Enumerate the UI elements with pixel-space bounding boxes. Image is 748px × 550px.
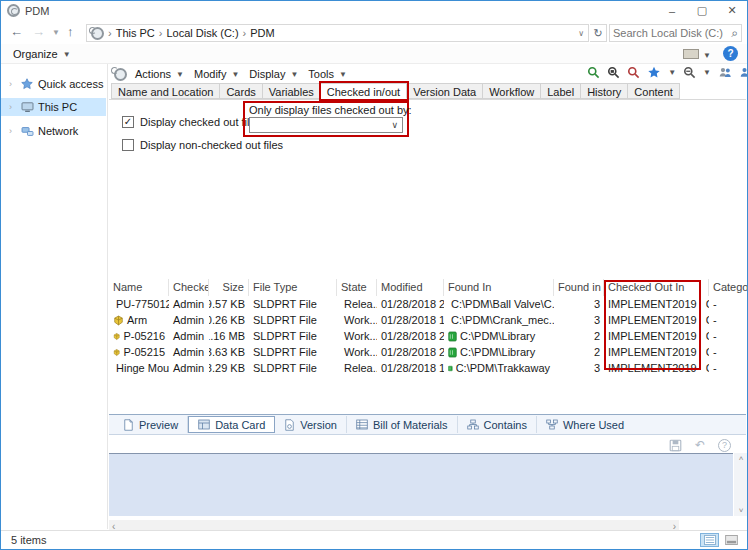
thumbnails-view-button[interactable] bbox=[722, 533, 741, 547]
checked-out-host: IMPLEMENT2019 bbox=[608, 314, 697, 326]
organize-button[interactable]: Organize ▼ bbox=[13, 48, 71, 60]
menu-actions[interactable]: Actions ▼ bbox=[133, 67, 186, 81]
tab-label[interactable]: Label bbox=[541, 83, 581, 99]
sidebar-item-network[interactable]: › Network bbox=[1, 122, 106, 140]
caret-down-icon[interactable]: ▼ bbox=[668, 68, 676, 77]
display-checked-out-checkbox[interactable]: ✓ bbox=[122, 116, 134, 128]
breadcrumb-pdm[interactable]: PDM bbox=[250, 27, 274, 39]
tab-where-used[interactable]: Where Used bbox=[537, 416, 633, 433]
breadcrumb[interactable]: › This PC › Local Disk (C:) › PDM ∨ bbox=[86, 24, 589, 42]
new-search-icon[interactable] bbox=[587, 66, 600, 79]
forward-icon[interactable]: → bbox=[32, 24, 45, 39]
table-row[interactable]: P-05215Admin583.63 KBSLDPRT FileWork...0… bbox=[109, 344, 748, 360]
chevron-right-icon: › bbox=[159, 27, 163, 39]
chevron-right-icon: › bbox=[243, 27, 247, 39]
expand-chevron-icon[interactable]: › bbox=[9, 102, 16, 112]
checked-out-by-combobox[interactable]: ∨ bbox=[249, 117, 403, 133]
refresh-icon[interactable]: ↻ bbox=[590, 24, 607, 42]
undo-icon[interactable]: ↶ bbox=[695, 438, 705, 452]
tab-contains[interactable]: Contains bbox=[458, 416, 537, 433]
file-name-cell[interactable]: Arm bbox=[109, 314, 169, 326]
column-header-modified[interactable]: Modified bbox=[377, 279, 444, 296]
close-button[interactable]: ✕ bbox=[717, 1, 747, 20]
caret-down-icon[interactable]: ▼ bbox=[703, 68, 711, 77]
checked-in-out-panel: ✓ Display checked out files Display non-… bbox=[109, 99, 746, 278]
saved-search-icon[interactable] bbox=[607, 66, 620, 79]
tab-history[interactable]: History bbox=[581, 83, 628, 99]
checked-out-in-cell: IMPLEMENT2019C:\P... bbox=[604, 362, 709, 374]
history-dropdown-icon[interactable]: ▼ bbox=[52, 28, 60, 37]
tab-bill-of-materials[interactable]: Bill of Materials bbox=[347, 416, 458, 433]
table-row[interactable]: P-05216Admin1.16 MBSLDPRT FileWork...01/… bbox=[109, 328, 748, 344]
modified-cell: 01/28/2018 18:... bbox=[377, 362, 444, 374]
display-checked-out-row[interactable]: ✓ Display checked out files bbox=[122, 116, 261, 128]
search-input[interactable] bbox=[613, 27, 731, 39]
help-icon[interactable]: ? bbox=[723, 46, 738, 61]
display-non-checked-out-row[interactable]: Display non-checked out files bbox=[122, 139, 283, 151]
scroll-up-icon[interactable]: ˄ bbox=[739, 454, 744, 463]
caret-down-icon: ▼ bbox=[63, 50, 71, 59]
recent-search-icon[interactable] bbox=[627, 66, 640, 79]
menu-display[interactable]: Display ▼ bbox=[247, 67, 300, 81]
tab-version[interactable]: Version bbox=[275, 416, 347, 433]
vertical-scrollbar[interactable]: ˄ ˅ bbox=[734, 453, 748, 516]
sidebar-item-quick-access[interactable]: › Quick access bbox=[1, 75, 106, 93]
file-name: Hinge Mou... bbox=[116, 362, 169, 374]
input-method-icon[interactable] bbox=[683, 49, 699, 59]
column-header-checked-out-in[interactable]: Checked Out In bbox=[604, 279, 709, 296]
modified-cell: 01/28/2018 20:... bbox=[377, 330, 444, 342]
column-header-file-type[interactable]: File Type bbox=[249, 279, 337, 296]
address-dropdown-icon[interactable]: ∨ bbox=[578, 29, 584, 38]
category-cell: - bbox=[709, 346, 748, 358]
sidebar-item-this-pc[interactable]: › This PC bbox=[1, 98, 106, 116]
tab-variables[interactable]: Variables bbox=[263, 83, 321, 99]
back-icon[interactable]: ← bbox=[10, 24, 23, 39]
tab-data-card[interactable]: Data Card bbox=[188, 416, 275, 433]
file-name-cell[interactable]: Hinge Mou... bbox=[109, 362, 169, 374]
display-non-checked-out-checkbox[interactable] bbox=[122, 139, 134, 151]
breadcrumb-local-disk[interactable]: Local Disk (C:) bbox=[166, 27, 238, 39]
menu-tools[interactable]: Tools ▼ bbox=[306, 67, 349, 81]
card-help-icon[interactable]: ? bbox=[718, 439, 731, 452]
found-in-path: C:\PDM\Trakkaway bbox=[456, 362, 550, 374]
menu-modify[interactable]: Modify ▼ bbox=[192, 67, 241, 81]
search-icon[interactable]: ⌕ bbox=[731, 26, 738, 40]
table-row[interactable]: Hinge Mou...Admin128.29 KBSLDPRT FileRel… bbox=[109, 360, 748, 376]
tab-checked-in-out[interactable]: Checked in/out bbox=[321, 83, 407, 99]
users-icon[interactable] bbox=[718, 66, 732, 79]
expand-chevron-icon[interactable]: › bbox=[9, 126, 16, 136]
file-name-cell[interactable]: PU-775012 bbox=[109, 298, 169, 310]
column-header-found-in[interactable]: Found In bbox=[444, 279, 554, 296]
file-name-cell[interactable]: P-05216 bbox=[109, 330, 169, 342]
tab-cards[interactable]: Cards bbox=[220, 83, 262, 99]
column-header-category[interactable]: Category bbox=[709, 279, 748, 296]
tab-version-data[interactable]: Version Data bbox=[407, 83, 483, 99]
table-row[interactable]: ArmAdmin340.26 KBSLDPRT FileWork...01/28… bbox=[109, 312, 748, 328]
tab-preview[interactable]: Preview bbox=[114, 416, 188, 433]
minimize-button[interactable]: – bbox=[657, 1, 687, 20]
column-header-checked-out-by[interactable]: Checked ... bbox=[169, 279, 209, 296]
tab-workflow[interactable]: Workflow bbox=[483, 83, 541, 99]
maximize-button[interactable]: ▢ bbox=[687, 1, 717, 20]
user-icon[interactable] bbox=[739, 66, 748, 79]
column-header-name[interactable]: Name bbox=[109, 279, 169, 296]
details-view-button[interactable] bbox=[700, 533, 719, 547]
table-row[interactable]: PU-775012Admin59.57 KBSLDPRT FileRelea..… bbox=[109, 296, 748, 312]
file-name-cell[interactable]: P-05215 bbox=[109, 346, 169, 358]
tab-content[interactable]: Content bbox=[628, 83, 680, 99]
menu-label: Actions bbox=[135, 68, 171, 80]
column-header-state[interactable]: State bbox=[337, 279, 377, 296]
caret-down-icon[interactable]: ▼ bbox=[703, 51, 711, 60]
column-header-found-in-version[interactable]: Found in V... bbox=[554, 279, 604, 296]
tab-name-and-location[interactable]: Name and Location bbox=[111, 83, 220, 99]
up-icon[interactable]: ↑ bbox=[67, 24, 74, 39]
favorites-star-icon[interactable] bbox=[647, 66, 661, 79]
save-icon[interactable] bbox=[669, 439, 682, 452]
scroll-down-icon[interactable]: ˅ bbox=[739, 506, 744, 515]
tab-label: Version bbox=[300, 419, 337, 431]
breadcrumb-this-pc[interactable]: This PC bbox=[116, 27, 155, 39]
zoom-icon[interactable] bbox=[683, 66, 696, 79]
found-in-cell: C:\PDM\Crank_mec... bbox=[444, 314, 554, 326]
expand-chevron-icon[interactable]: › bbox=[9, 79, 16, 89]
column-header-size[interactable]: Size bbox=[209, 279, 249, 296]
